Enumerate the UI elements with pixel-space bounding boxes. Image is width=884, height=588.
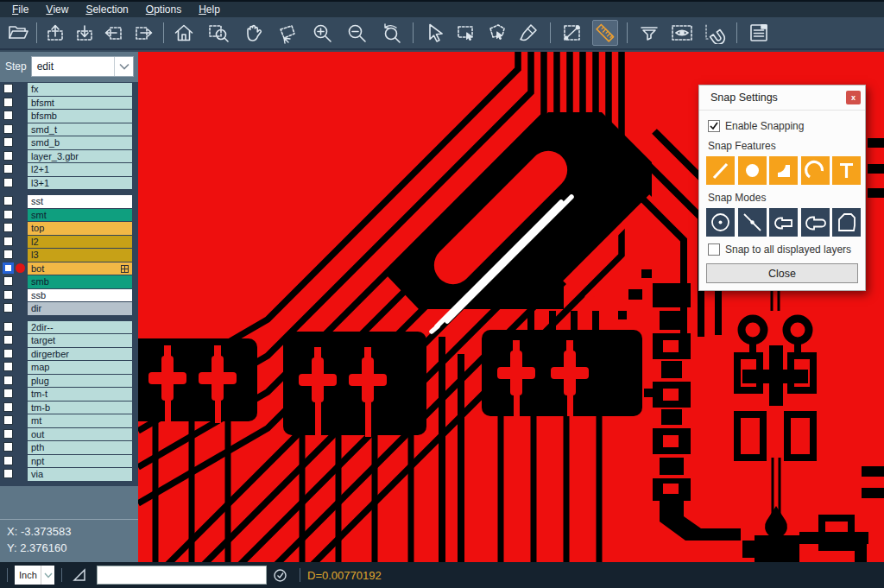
layer-row-pth[interactable]: pth bbox=[0, 441, 138, 454]
layer-row-sst[interactable]: sst bbox=[0, 195, 138, 208]
angle-mode-icon[interactable] bbox=[69, 567, 92, 583]
menu-selection[interactable]: Selection bbox=[77, 2, 136, 17]
layer-visibility-checkbox[interactable] bbox=[3, 362, 13, 371]
layer-visibility-checkbox[interactable] bbox=[3, 276, 13, 286]
layer-row-map[interactable]: map bbox=[0, 361, 138, 374]
layer-visibility-checkbox[interactable] bbox=[3, 442, 13, 452]
layer-label[interactable]: fx bbox=[28, 83, 132, 96]
layer-visibility-checkbox[interactable] bbox=[3, 164, 13, 174]
layer-visibility-checkbox[interactable] bbox=[3, 151, 13, 161]
layer-label[interactable]: l3 bbox=[28, 249, 132, 262]
layer-row-plug[interactable]: plug bbox=[0, 375, 138, 388]
layer-row-tm-t[interactable]: tm-t bbox=[0, 388, 138, 401]
command-input[interactable] bbox=[97, 566, 267, 585]
layer-visibility-checkbox[interactable] bbox=[3, 262, 14, 274]
layer-visibility-checkbox[interactable] bbox=[3, 237, 13, 246]
layer-label[interactable]: tm-t bbox=[28, 388, 132, 401]
layer-label[interactable]: l2 bbox=[28, 236, 132, 249]
pan-button[interactable] bbox=[240, 20, 266, 46]
layer-row-smd_t[interactable]: smd_t bbox=[0, 123, 138, 136]
dialog-close-icon[interactable]: x bbox=[846, 91, 861, 104]
layer-label[interactable]: top bbox=[28, 222, 132, 235]
layer-row-2dir--[interactable]: 2dir-- bbox=[0, 321, 138, 334]
layer-row-bfsmb[interactable]: bfsmb bbox=[0, 110, 138, 123]
menu-help[interactable]: Help bbox=[190, 2, 229, 17]
layer-visibility-checkbox[interactable] bbox=[3, 210, 13, 219]
layer-visibility-checkbox[interactable] bbox=[3, 402, 13, 412]
layer-visibility-checkbox[interactable] bbox=[3, 290, 13, 300]
snap-magnet-button[interactable] bbox=[702, 20, 728, 46]
snap-feature-text-button[interactable] bbox=[832, 156, 861, 185]
layer-label[interactable]: dir bbox=[28, 302, 132, 315]
layer-row-dirgerber[interactable]: dirgerber bbox=[0, 348, 138, 361]
layer-visibility-checkbox[interactable] bbox=[3, 124, 13, 134]
layer-label[interactable]: bfsmt bbox=[28, 97, 132, 110]
enable-snapping-checkbox[interactable] bbox=[708, 120, 720, 132]
arrow-down-box-button[interactable] bbox=[72, 20, 98, 46]
layer-row-l2+1[interactable]: l2+1 bbox=[0, 163, 138, 176]
open-folder-button[interactable] bbox=[5, 20, 31, 46]
layer-label[interactable]: l2+1 bbox=[28, 163, 132, 176]
layer-label[interactable]: smb bbox=[28, 275, 132, 288]
enable-snapping-row[interactable]: Enable Snapping bbox=[708, 120, 858, 132]
snap-mode-obround-right-button[interactable] bbox=[801, 208, 830, 237]
layer-visibility-checkbox[interactable] bbox=[3, 349, 13, 358]
layer-label[interactable]: target bbox=[28, 334, 132, 347]
layer-label[interactable]: ssb bbox=[28, 289, 132, 302]
layer-visibility-checkbox[interactable] bbox=[3, 111, 13, 120]
layer-label[interactable]: 2dir-- bbox=[28, 321, 132, 334]
layer-row-dir[interactable]: dir bbox=[0, 302, 138, 315]
layer-label[interactable]: smt bbox=[28, 209, 132, 222]
home-button[interactable] bbox=[171, 20, 197, 46]
arrow-left-box-button[interactable] bbox=[101, 20, 127, 46]
layer-label[interactable]: layer_3.gbr bbox=[28, 150, 132, 163]
layer-label[interactable]: tm-b bbox=[28, 401, 132, 414]
snap-mode-obround-left-button[interactable] bbox=[769, 208, 798, 237]
layer-visibility-checkbox[interactable] bbox=[3, 429, 13, 439]
layer-visibility-checkbox[interactable] bbox=[3, 376, 13, 385]
snap-all-layers-row[interactable]: Snap to all displayed layers bbox=[708, 243, 858, 256]
layer-row-smb[interactable]: smb bbox=[0, 275, 138, 288]
snap-feature-arc-button[interactable] bbox=[801, 156, 830, 185]
layer-row-npt[interactable]: npt bbox=[0, 455, 138, 468]
layer-row-smd_b[interactable]: smd_b bbox=[0, 136, 138, 149]
units-select[interactable]: Inch bbox=[15, 566, 54, 585]
layer-row-bfsmt[interactable]: bfsmt bbox=[0, 97, 138, 110]
layer-visibility-checkbox[interactable] bbox=[3, 335, 13, 345]
zoom-previous-button[interactable] bbox=[378, 20, 404, 46]
layer-row-target[interactable]: target bbox=[0, 334, 138, 347]
select-rect-button[interactable] bbox=[453, 20, 479, 46]
layer-label[interactable]: map bbox=[28, 361, 132, 374]
layer-row-out[interactable]: out bbox=[0, 428, 138, 441]
layer-label[interactable]: out bbox=[28, 428, 132, 441]
layer-visibility-checkbox[interactable] bbox=[3, 389, 13, 398]
layer-label[interactable]: sst bbox=[28, 195, 132, 208]
layer-label[interactable]: pth bbox=[28, 441, 132, 454]
zoom-in-button[interactable] bbox=[309, 20, 335, 46]
sync-icon[interactable] bbox=[267, 568, 293, 583]
layer-visibility-checkbox[interactable] bbox=[3, 322, 13, 332]
step-select[interactable]: edit bbox=[31, 56, 134, 77]
layer-label[interactable]: bfsmb bbox=[28, 110, 132, 123]
layer-label[interactable]: via bbox=[28, 468, 132, 481]
snap-feature-surface-button[interactable] bbox=[769, 156, 798, 185]
layer-visibility-checkbox[interactable] bbox=[3, 223, 13, 232]
layer-label[interactable]: dirgerber bbox=[28, 348, 132, 361]
chevron-down-icon[interactable] bbox=[114, 57, 133, 76]
snap-mode-center-button[interactable] bbox=[706, 208, 735, 237]
measure-line-button[interactable] bbox=[559, 20, 585, 46]
zoom-window-button[interactable] bbox=[205, 20, 231, 46]
snap-mode-midpoint-button[interactable] bbox=[738, 208, 767, 237]
layer-row-via[interactable]: via bbox=[0, 468, 138, 481]
layer-row-bot[interactable]: bot bbox=[0, 262, 138, 275]
view-visibility-button[interactable] bbox=[669, 20, 695, 46]
layer-visibility-checkbox[interactable] bbox=[3, 98, 13, 107]
select-polygon-button[interactable] bbox=[484, 20, 510, 46]
dialog-title-bar[interactable]: Snap Settings x bbox=[699, 85, 865, 111]
snap-mode-polygon-button[interactable] bbox=[832, 208, 861, 237]
menu-view[interactable]: View bbox=[37, 2, 77, 17]
zoom-out-button[interactable] bbox=[344, 20, 369, 46]
layer-visibility-checkbox[interactable] bbox=[3, 178, 13, 187]
layer-row-fx[interactable]: fx bbox=[0, 83, 138, 96]
layer-row-ssb[interactable]: ssb bbox=[0, 289, 138, 302]
